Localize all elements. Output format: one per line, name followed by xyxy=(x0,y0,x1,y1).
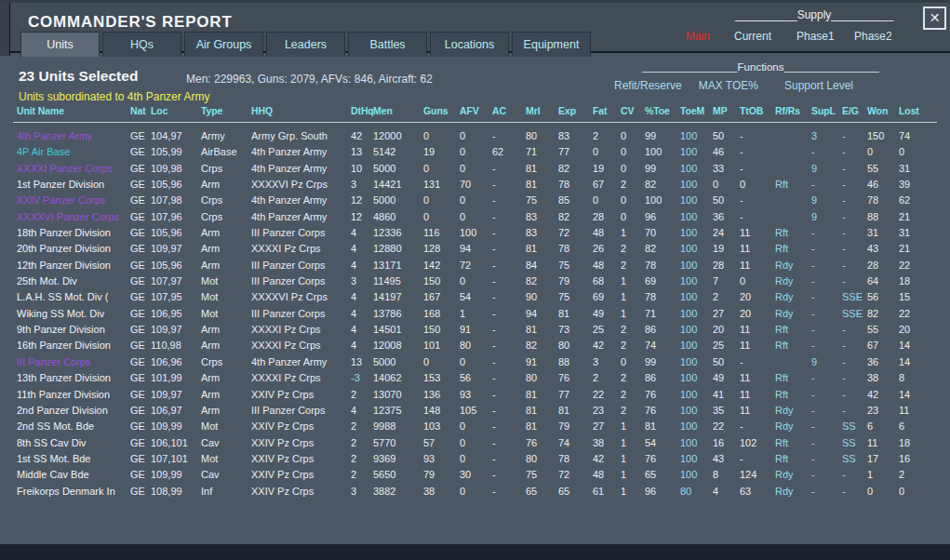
functions-row: Refit/ReserveMAX TOE%Support Level xyxy=(614,79,853,92)
column-header-nat[interactable]: Nat xyxy=(130,105,151,116)
table-cell: 50 xyxy=(713,193,740,208)
column-header-loc[interactable]: Loc xyxy=(151,105,201,116)
unit-name-link[interactable]: III Panzer Corps xyxy=(17,354,130,370)
table-cell: 100 xyxy=(645,193,680,208)
table-cell: 19 xyxy=(593,161,621,177)
function-refit-reserve[interactable]: Refit/Reserve xyxy=(614,79,682,92)
tab-leaders[interactable]: Leaders xyxy=(266,32,345,57)
table-cell: - xyxy=(811,370,842,386)
column-header-won[interactable]: Won xyxy=(867,105,899,116)
table-cell: 9 xyxy=(811,161,842,177)
commanders-report-window: COMMANDER'S REPORT __________Supply_____… xyxy=(0,0,950,560)
table-cell: 106,101 xyxy=(151,435,201,451)
unit-name-link[interactable]: 4P Air Base xyxy=(17,144,130,160)
unit-name-link[interactable]: XXIV Panzer Corps xyxy=(17,193,130,208)
table-cell: - xyxy=(811,467,842,483)
supply-option-current[interactable]: Current xyxy=(734,30,785,43)
column-header-mp[interactable]: MP xyxy=(713,105,740,116)
column-header-cv[interactable]: CV xyxy=(621,105,645,116)
column-header-exp[interactable]: Exp xyxy=(558,105,593,116)
table-cell: 100 xyxy=(680,387,713,403)
table-cell: 4th Panzer Army xyxy=(251,161,351,177)
table-cell: 48 xyxy=(593,225,621,241)
tab-air-groups[interactable]: Air Groups xyxy=(184,32,263,57)
table-cell: 68 xyxy=(593,273,621,289)
unit-name-link[interactable]: Freikorps Denmark In xyxy=(17,484,130,500)
column-header-unit-name[interactable]: Unit Name xyxy=(17,105,130,116)
tab-hqs[interactable]: HQs xyxy=(102,32,181,57)
table-cell: Rft xyxy=(775,435,811,451)
column-header-lost[interactable]: Lost xyxy=(899,105,936,116)
column-header-type[interactable]: Type xyxy=(201,105,251,116)
table-cell: 100 xyxy=(680,467,713,483)
unit-name-link[interactable]: 25th Mot. Div xyxy=(17,273,130,289)
unit-name-link[interactable]: 16th Panzer Division xyxy=(17,338,130,353)
table-cell: 100 xyxy=(680,435,713,451)
tab-equipment[interactable]: Equipment xyxy=(512,32,591,57)
unit-name-link[interactable]: 11th Panzer Division xyxy=(17,387,130,403)
table-cell: 91 xyxy=(460,322,492,338)
unit-name-link[interactable]: 2nd SS Mot. Bde xyxy=(17,419,130,434)
unit-name-link[interactable]: 8th SS Cav Div xyxy=(17,435,130,451)
tab-units[interactable]: Units xyxy=(20,32,100,57)
function-support-level[interactable]: Support Level xyxy=(784,79,853,92)
function-max-toe[interactable]: MAX TOE% xyxy=(699,79,758,92)
table-row: 1st SS Mot. BdeGE107,101MotXXIV Pz Crps2… xyxy=(17,451,937,467)
column-header-toe[interactable]: %Toe xyxy=(645,105,680,116)
table-cell: 100 xyxy=(680,273,713,289)
unit-name-link[interactable]: 1st SS Mot. Bde xyxy=(17,451,130,467)
table-cell: 109,97 xyxy=(151,387,201,403)
unit-name-link[interactable]: 18th Panzer Division xyxy=(17,225,130,241)
table-cell: - xyxy=(740,144,775,160)
supply-option-phase1[interactable]: Phase1 xyxy=(796,30,843,43)
unit-name-link[interactable]: 1st Panzer Division xyxy=(17,177,130,193)
table-cell: 0 xyxy=(423,354,460,370)
table-cell: 56 xyxy=(460,370,492,386)
unit-name-link[interactable]: Wiking SS Mot. Div xyxy=(17,306,130,322)
unit-name-link[interactable]: 4th Panzer Army xyxy=(17,128,130,144)
close-button[interactable]: ✕ xyxy=(923,7,946,30)
column-header-dthq[interactable]: DtHq xyxy=(351,105,373,116)
column-header-e-g[interactable]: E/G xyxy=(842,105,867,116)
column-header-fat[interactable]: Fat xyxy=(593,105,621,116)
column-header-guns[interactable]: Guns xyxy=(423,105,460,116)
column-header-mrl[interactable]: Mrl xyxy=(526,105,558,116)
unit-name-link[interactable]: 2nd Panzer Division xyxy=(17,403,130,419)
unit-name-link[interactable]: XXXXI Panzer Corps xyxy=(17,161,130,177)
table-row: 25th Mot. DivGE107,97MotIII Panzer Corps… xyxy=(17,273,937,289)
column-header-rf-rs[interactable]: Rf/Rs xyxy=(775,105,811,116)
column-header-men[interactable]: Men xyxy=(373,105,423,116)
unit-name-link[interactable]: XXXXVI Panzer Corps xyxy=(17,209,130,225)
table-row: 8th SS Cav DivGE106,101CavXXIV Pz Crps25… xyxy=(17,435,937,451)
table-cell: 100 xyxy=(680,419,713,434)
table-cell: 4 xyxy=(351,258,373,273)
unit-name-link[interactable]: 12th Panzer Division xyxy=(17,258,130,273)
unit-name-link[interactable]: Middle Cav Bde xyxy=(17,467,130,483)
unit-name-link[interactable]: 20th Panzer Division xyxy=(17,241,130,257)
table-cell: 99 xyxy=(645,128,680,144)
units-table-header: Unit NameNatLocTypeHHQDtHqMenGunsAFVACMr… xyxy=(17,105,937,116)
supply-option-phase2[interactable]: Phase2 xyxy=(854,30,901,43)
unit-name-link[interactable]: 9th Panzer Division xyxy=(17,322,130,338)
table-cell: - xyxy=(492,354,526,370)
table-cell: 79 xyxy=(558,419,593,434)
column-header-ac[interactable]: AC xyxy=(492,105,526,116)
supply-option-main[interactable]: Main xyxy=(686,30,723,43)
column-header-hhq[interactable]: HHQ xyxy=(251,105,351,116)
column-header-ttob[interactable]: TtOB xyxy=(740,105,775,116)
column-header-toem[interactable]: ToeM xyxy=(680,105,713,116)
table-cell: Arm xyxy=(201,258,251,273)
table-cell: 65 xyxy=(526,484,558,500)
column-header-supl[interactable]: SupL xyxy=(811,105,842,116)
table-cell: -3 xyxy=(351,370,373,386)
unit-name-link[interactable]: L.A.H. SS Mot. Div ( xyxy=(17,289,130,305)
table-cell: 27 xyxy=(713,306,740,322)
table-cell: 3 xyxy=(351,177,373,193)
table-cell: 33 xyxy=(713,161,740,177)
table-cell: 109,97 xyxy=(151,241,201,257)
tab-locations[interactable]: Locations xyxy=(430,32,509,57)
table-cell: 1 xyxy=(621,419,645,434)
unit-name-link[interactable]: 13th Panzer Division xyxy=(17,370,130,386)
tab-battles[interactable]: Battles xyxy=(348,32,427,57)
column-header-afv[interactable]: AFV xyxy=(460,105,492,116)
